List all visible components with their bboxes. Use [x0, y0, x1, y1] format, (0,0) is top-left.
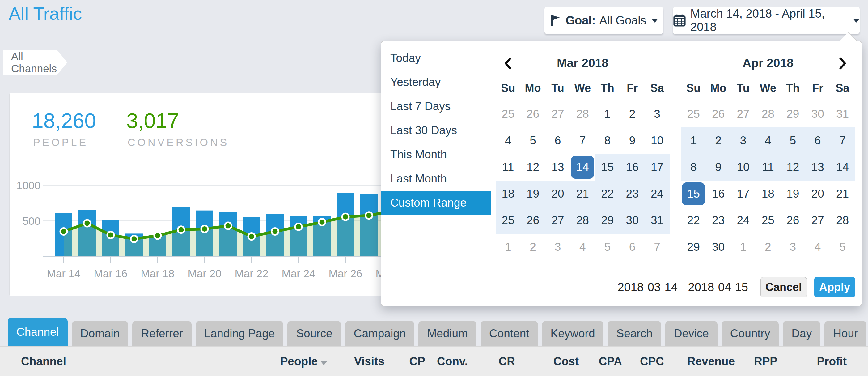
- day-8[interactable]: 8: [595, 127, 620, 154]
- column-header-cr[interactable]: CR: [468, 355, 515, 368]
- day-15[interactable]: 15: [595, 154, 620, 180]
- date-preset-today[interactable]: Today: [381, 46, 491, 70]
- day-31[interactable]: 31: [830, 101, 855, 127]
- day-3[interactable]: 3: [731, 127, 755, 154]
- cancel-button[interactable]: Cancel: [761, 277, 807, 297]
- day-25[interactable]: 25: [755, 207, 780, 234]
- day-17[interactable]: 17: [731, 180, 755, 207]
- selected-day-15[interactable]: 15: [681, 180, 706, 207]
- day-17[interactable]: 17: [645, 154, 669, 180]
- day-6[interactable]: 6: [620, 234, 645, 260]
- day-1[interactable]: 1: [731, 234, 755, 260]
- day-12[interactable]: 12: [780, 154, 805, 180]
- day-4[interactable]: 4: [805, 234, 830, 260]
- tab-search[interactable]: Search: [608, 321, 661, 346]
- day-29[interactable]: 29: [595, 207, 620, 234]
- day-31[interactable]: 31: [645, 207, 669, 234]
- day-4[interactable]: 4: [755, 127, 780, 154]
- day-2[interactable]: 2: [706, 127, 731, 154]
- day-10[interactable]: 10: [731, 154, 755, 180]
- day-24[interactable]: 24: [731, 207, 755, 234]
- date-preset-last-7-days[interactable]: Last 7 Days: [381, 94, 491, 118]
- day-1[interactable]: 1: [681, 127, 706, 154]
- day-5[interactable]: 5: [595, 234, 620, 260]
- date-preset-last-month[interactable]: Last Month: [381, 167, 491, 191]
- date-range-button[interactable]: March 14, 2018 - April 15, 2018: [673, 7, 860, 34]
- day-11[interactable]: 11: [755, 154, 780, 180]
- day-9[interactable]: 9: [706, 154, 731, 180]
- day-2[interactable]: 2: [520, 234, 545, 260]
- day-23[interactable]: 23: [620, 180, 645, 207]
- next-month-icon[interactable]: [835, 55, 851, 71]
- day-3[interactable]: 3: [780, 234, 805, 260]
- day-14[interactable]: 14: [830, 154, 855, 180]
- day-24[interactable]: 24: [645, 180, 669, 207]
- day-6[interactable]: 6: [546, 127, 570, 154]
- tab-day[interactable]: Day: [783, 321, 820, 346]
- day-6[interactable]: 6: [805, 127, 830, 154]
- date-preset-this-month[interactable]: This Month: [381, 143, 491, 167]
- day-18[interactable]: 18: [755, 180, 780, 207]
- day-30[interactable]: 30: [805, 101, 830, 127]
- tab-channel[interactable]: Channel: [8, 318, 68, 346]
- day-11[interactable]: 11: [496, 154, 520, 180]
- column-header-visits[interactable]: Visits: [327, 355, 384, 368]
- day-13[interactable]: 13: [546, 154, 570, 180]
- day-25[interactable]: 25: [496, 207, 520, 234]
- tab-device[interactable]: Device: [665, 321, 717, 346]
- day-16[interactable]: 16: [620, 154, 645, 180]
- tab-country[interactable]: Country: [721, 321, 779, 346]
- column-header-cost[interactable]: Cost: [515, 355, 579, 368]
- day-29[interactable]: 29: [780, 101, 805, 127]
- date-preset-last-30-days[interactable]: Last 30 Days: [381, 118, 491, 143]
- day-3[interactable]: 3: [645, 101, 669, 127]
- column-header-revenue[interactable]: Revenue: [664, 355, 735, 368]
- day-7[interactable]: 7: [645, 234, 669, 260]
- column-header-cpc[interactable]: CPC: [622, 355, 664, 368]
- day-28[interactable]: 28: [830, 207, 855, 234]
- day-13[interactable]: 13: [805, 154, 830, 180]
- day-20[interactable]: 20: [546, 180, 570, 207]
- day-27[interactable]: 27: [546, 207, 570, 234]
- day-4[interactable]: 4: [496, 127, 520, 154]
- day-5[interactable]: 5: [520, 127, 545, 154]
- day-7[interactable]: 7: [570, 127, 595, 154]
- day-10[interactable]: 10: [645, 127, 669, 154]
- date-preset-custom-range[interactable]: Custom Range: [381, 191, 491, 215]
- goal-selector-button[interactable]: Goal: All Goals: [545, 7, 663, 34]
- day-26[interactable]: 26: [520, 207, 545, 234]
- day-1[interactable]: 1: [595, 101, 620, 127]
- day-28[interactable]: 28: [755, 101, 780, 127]
- day-30[interactable]: 30: [620, 207, 645, 234]
- column-header-people[interactable]: People: [265, 355, 327, 368]
- day-4[interactable]: 4: [570, 234, 595, 260]
- selected-day-14[interactable]: 14: [570, 154, 595, 180]
- tab-source[interactable]: Source: [287, 321, 341, 346]
- date-preset-yesterday[interactable]: Yesterday: [381, 70, 491, 94]
- day-9[interactable]: 9: [620, 127, 645, 154]
- apply-button[interactable]: Apply: [814, 277, 855, 297]
- day-18[interactable]: 18: [496, 180, 520, 207]
- column-header-cp[interactable]: CP: [384, 355, 425, 368]
- day-7[interactable]: 7: [830, 127, 855, 154]
- day-22[interactable]: 22: [595, 180, 620, 207]
- day-22[interactable]: 22: [681, 207, 706, 234]
- day-1[interactable]: 1: [496, 234, 520, 260]
- day-29[interactable]: 29: [681, 234, 706, 260]
- day-28[interactable]: 28: [570, 101, 595, 127]
- day-30[interactable]: 30: [706, 234, 731, 260]
- column-header-conv-[interactable]: Conv.: [425, 355, 468, 368]
- day-28[interactable]: 28: [570, 207, 595, 234]
- breadcrumb-all-channels[interactable]: All Channels: [3, 50, 67, 75]
- day-2[interactable]: 2: [620, 101, 645, 127]
- day-26[interactable]: 26: [520, 101, 545, 127]
- tab-hour[interactable]: Hour: [825, 321, 866, 346]
- day-20[interactable]: 20: [805, 180, 830, 207]
- tab-referrer[interactable]: Referrer: [132, 321, 192, 346]
- day-19[interactable]: 19: [520, 180, 545, 207]
- day-25[interactable]: 25: [496, 101, 520, 127]
- day-8[interactable]: 8: [681, 154, 706, 180]
- day-27[interactable]: 27: [731, 101, 755, 127]
- day-27[interactable]: 27: [546, 101, 570, 127]
- day-26[interactable]: 26: [706, 101, 731, 127]
